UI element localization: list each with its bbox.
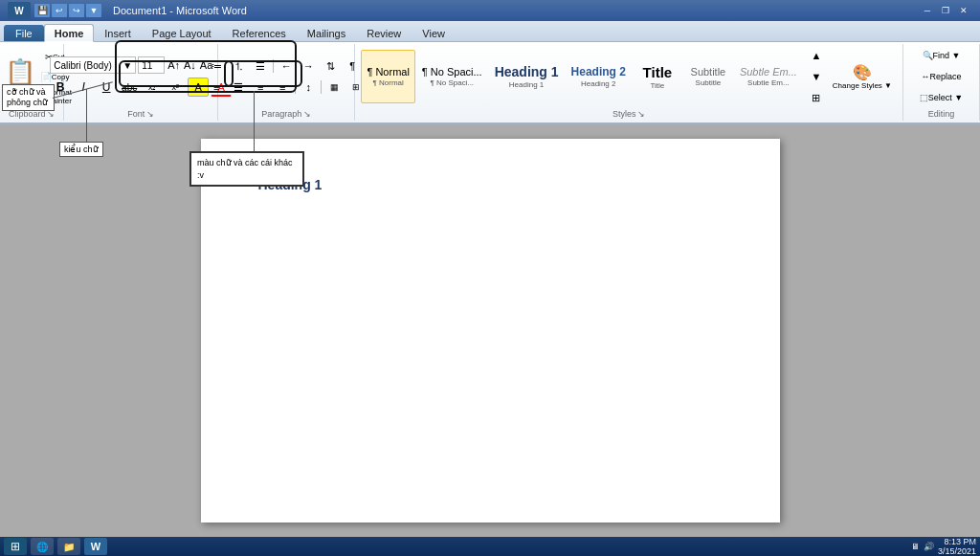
- strikethrough-button[interactable]: abc: [119, 78, 140, 97]
- line-spacing-button[interactable]: ↕: [298, 78, 319, 97]
- increase-indent-button[interactable]: →: [298, 56, 319, 76]
- styles-scroll-up-button[interactable]: ▲: [806, 46, 827, 65]
- start-button[interactable]: ⊞: [4, 538, 27, 555]
- annotation-label-style: kiểu chữ: [59, 142, 103, 157]
- bullets-button[interactable]: ≔: [206, 56, 227, 76]
- style-normal[interactable]: ¶ Normal ¶ Normal: [361, 50, 414, 103]
- editing-group: 🔍 Find ▼ ↔ Replace ⬚ Select ▼ Editing: [903, 44, 980, 121]
- style-subtle-em[interactable]: Subtle Em... Subtle Em...: [734, 50, 803, 103]
- tab-view[interactable]: View: [412, 24, 456, 41]
- title-text: Document1 - Microsoft Word: [113, 5, 247, 16]
- annotation-line-style: [86, 89, 87, 142]
- style-title-label: Title: [650, 81, 664, 90]
- style-subtitle-label: Subtitle: [696, 78, 722, 87]
- style-subtitle-preview: Subtitle: [691, 66, 726, 78]
- tab-page-layout[interactable]: Page Layout: [142, 24, 222, 41]
- sort-button[interactable]: ⇅: [320, 56, 341, 76]
- style-no-spacing[interactable]: ¶ No Spaci... ¶ No Spaci...: [416, 50, 488, 103]
- decrease-indent-button[interactable]: ←: [276, 56, 297, 76]
- find-button[interactable]: 🔍 Find ▼: [908, 46, 975, 65]
- center-button[interactable]: ☰: [228, 78, 249, 97]
- quick-save-icon[interactable]: 💾: [34, 4, 50, 17]
- font-expand-icon[interactable]: ↘: [146, 109, 154, 119]
- style-normal-preview: ¶ Normal: [367, 66, 409, 78]
- title-bar: W 💾 ↩ ↪ ▼ Document1 - Microsoft Word ─ ❐…: [0, 0, 980, 21]
- tab-insert[interactable]: Insert: [94, 24, 142, 41]
- browser-button[interactable]: 🌐: [31, 538, 54, 555]
- restore-button[interactable]: ❐: [937, 4, 954, 17]
- style-heading2-preview: Heading 2: [571, 65, 626, 78]
- replace-button[interactable]: ↔ Replace: [908, 67, 975, 86]
- multilevel-list-button[interactable]: ☰: [250, 56, 271, 76]
- word-taskbar-button[interactable]: W: [84, 538, 107, 555]
- taskbar: ⊞ 🌐 📁 W 🖥 🔊 8:13 PM 3/15/2021: [0, 537, 980, 556]
- document-page[interactable]: Heading 1: [201, 139, 780, 523]
- paragraph-expand-icon[interactable]: ↘: [303, 109, 311, 119]
- ribbon-tabs: File Home Insert Page Layout References …: [0, 21, 980, 42]
- style-heading1-preview: Heading 1: [495, 64, 559, 79]
- editing-label: Editing: [928, 109, 955, 119]
- style-subtle-em-preview: Subtle Em...: [740, 66, 797, 78]
- justify-button[interactable]: ≡: [272, 78, 293, 97]
- annotation-box-color-label: màu chữ và các cái khác :v: [189, 151, 304, 187]
- quick-customize-icon[interactable]: ▼: [86, 4, 101, 17]
- numbering-button[interactable]: ⒈: [228, 56, 249, 76]
- subscript-button[interactable]: x₂: [142, 78, 163, 97]
- style-heading2-label: Heading 2: [581, 79, 615, 88]
- tab-home[interactable]: Home: [44, 24, 95, 42]
- paragraph-label: Paragraph: [261, 109, 301, 119]
- ribbon: 📋 Paste ▼ ✂ Cut 📄 Copy 🖌 Format Painter …: [0, 42, 980, 124]
- shading-button[interactable]: ▦: [323, 78, 345, 97]
- minimize-button[interactable]: ─: [919, 4, 936, 17]
- style-title[interactable]: Title Title: [633, 50, 682, 103]
- font-name-input[interactable]: Calibri (Body) ▼: [50, 56, 136, 74]
- tab-file[interactable]: File: [4, 25, 44, 41]
- font-size-input[interactable]: 11: [138, 56, 165, 74]
- explorer-button[interactable]: 📁: [57, 538, 80, 555]
- align-left-button[interactable]: ≡: [206, 78, 227, 97]
- styles-scroll-down-button[interactable]: ▼: [806, 67, 827, 86]
- style-subtitle[interactable]: Subtitle Subtitle: [683, 50, 733, 103]
- styles-group: ¶ Normal ¶ Normal ¶ No Spaci... ¶ No Spa…: [355, 44, 903, 121]
- tab-review[interactable]: Review: [356, 24, 412, 41]
- style-title-preview: Title: [643, 64, 673, 80]
- font-label: Font: [127, 109, 145, 119]
- underline-button[interactable]: U: [96, 78, 117, 97]
- network-icon: 🖥: [911, 542, 920, 551]
- style-normal-label: ¶ Normal: [372, 78, 403, 87]
- superscript-button[interactable]: x²: [165, 78, 186, 97]
- tab-mailings[interactable]: Mailings: [297, 24, 356, 41]
- styles-expand-button[interactable]: ⊞: [806, 88, 827, 107]
- style-heading1-label: Heading 1: [509, 80, 544, 89]
- paragraph-group: ≔ ⒈ ☰ ← → ⇅ ¶ ≡ ☰ ≡ ≡: [218, 44, 355, 121]
- word-logo-title[interactable]: W: [8, 2, 31, 19]
- quick-undo-icon[interactable]: ↩: [52, 4, 67, 17]
- document-area: Heading 1: [0, 124, 980, 537]
- close-button[interactable]: ✕: [955, 4, 972, 17]
- clock: 8:13 PM 3/15/2021: [938, 537, 976, 556]
- style-subtle-em-label: Subtle Em...: [747, 78, 790, 87]
- increase-font-size-button[interactable]: A↑: [167, 58, 181, 72]
- select-button[interactable]: ⬚ Select ▼: [908, 88, 975, 107]
- style-no-spacing-label: ¶ No Spaci...: [430, 78, 474, 87]
- document-heading1: Heading 1: [258, 177, 723, 192]
- tab-references[interactable]: References: [222, 24, 297, 41]
- styles-label: Styles: [612, 109, 636, 119]
- system-tray: 🖥 🔊 8:13 PM 3/15/2021: [911, 537, 976, 556]
- style-heading2[interactable]: Heading 2 Heading 2: [566, 50, 632, 103]
- style-heading1[interactable]: Heading 1 Heading 1: [489, 50, 565, 103]
- annotation-line-color: [254, 91, 255, 151]
- decrease-font-size-button[interactable]: A↓: [183, 58, 197, 72]
- annotation-label-font: cỡ chữ và phông chữ: [2, 84, 55, 111]
- window-controls: ─ ❐ ✕: [919, 4, 972, 17]
- sound-icon: 🔊: [924, 542, 934, 551]
- font-group: Calibri (Body) ▼ 11 A↑ A↓ Aa B I U: [64, 44, 218, 121]
- style-no-spacing-preview: ¶ No Spaci...: [422, 66, 482, 78]
- change-styles-button[interactable]: 🎨 Change Styles ▼: [828, 50, 897, 103]
- styles-expand-icon[interactable]: ↘: [637, 109, 645, 119]
- quick-redo-icon[interactable]: ↪: [69, 4, 84, 17]
